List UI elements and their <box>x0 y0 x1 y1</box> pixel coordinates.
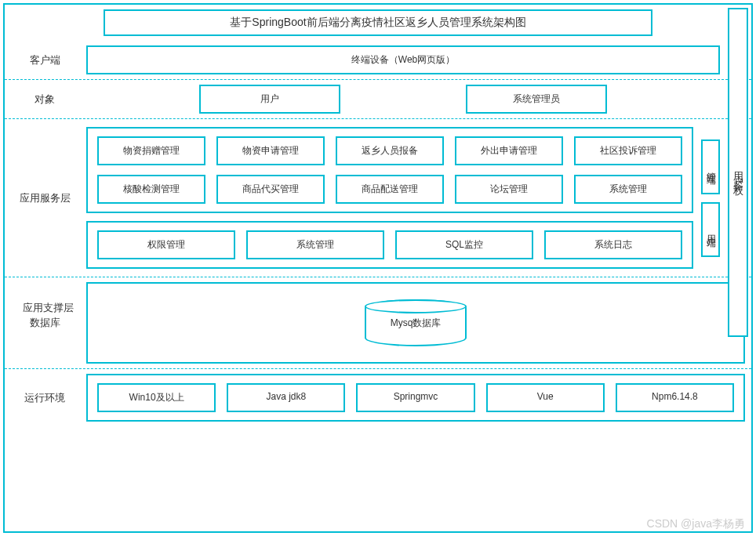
service-container: 物资捐赠管理 物资申请管理 返乡人员报备 外出申请管理 社区投诉管理 核酸检测管… <box>86 127 693 213</box>
svc-donation: 物资捐赠管理 <box>97 136 205 165</box>
support-sql: SQL监控 <box>395 230 533 259</box>
layer-runtime: 运行环境 Win10及以上 Java jdk8 Springmvc Vue Np… <box>5 369 751 426</box>
layer-client: 客户端 终端设备（Web网页版） <box>5 41 751 80</box>
svc-return-report: 返乡人员报备 <box>336 136 444 165</box>
layer-actors: 对象 用户 系统管理员 <box>5 80 751 119</box>
rt-win10: Win10及以上 <box>97 383 216 412</box>
title-row: 基于SpringBoot前后端分离疫情社区返乡人员管理系统架构图 <box>5 5 751 41</box>
support-auth: 权限管理 <box>97 230 235 259</box>
rt-jdk8: Java jdk8 <box>227 383 345 412</box>
runtime-container: Win10及以上 Java jdk8 Springmvc Vue Npm6.14… <box>86 374 745 422</box>
side-user: 用户端 <box>701 202 720 257</box>
layer-service: 应用服务层 物资捐赠管理 物资申请管理 返乡人员报备 外出申请管理 社区投诉管理 <box>5 119 751 277</box>
actor-admin: 系统管理员 <box>466 85 607 114</box>
layer-label-client: 客户端 <box>11 53 78 67</box>
actor-user: 用户 <box>199 85 340 114</box>
svc-outing-apply: 外出申请管理 <box>455 136 563 165</box>
rt-springmvc: Springmvc <box>356 383 474 412</box>
layer-label-support: 应用支撑层 <box>14 301 82 315</box>
rt-vue: Vue <box>486 383 605 412</box>
svc-complaint: 社区投诉管理 <box>574 136 682 165</box>
layers-column: 客户端 终端设备（Web网页版） 对象 用户 系统管理员 应用服务层 <box>5 41 751 530</box>
service-side-labels: 管理端 用户端 <box>701 127 720 269</box>
layer-label-runtime: 运行环境 <box>11 391 78 405</box>
support-log: 系统日志 <box>544 230 682 259</box>
support-container: 权限管理 系统管理 SQL监控 系统日志 <box>86 221 693 269</box>
svc-forum: 论坛管理 <box>455 175 563 204</box>
svc-nucleic: 核酸检测管理 <box>97 175 205 204</box>
svc-system: 系统管理 <box>574 175 682 204</box>
db-cylinder: Mysq数据库 <box>365 299 467 346</box>
layer-label-db: 数据库 <box>11 316 78 330</box>
diagram-title: 基于SpringBoot前后端分离疫情社区返乡人员管理系统架构图 <box>104 9 652 36</box>
user-auth-sidebar: 用户鉴权 <box>728 8 748 337</box>
db-body: Mysq数据库 <box>86 282 745 364</box>
db-cylinder-label: Mysq数据库 <box>391 317 442 330</box>
layer-label-service: 应用服务层 <box>11 191 78 205</box>
client-box: 终端设备（Web网页版） <box>86 45 720 74</box>
rt-npm: Npm6.14.8 <box>616 383 734 412</box>
main-area: 客户端 终端设备（Web网页版） 对象 用户 系统管理员 应用服务层 <box>5 41 751 530</box>
layer-db: 数据库 Mysq数据库 <box>5 277 751 369</box>
diagram-outer: 基于SpringBoot前后端分离疫情社区返乡人员管理系统架构图 用户鉴权 客户… <box>3 3 753 533</box>
support-sys: 系统管理 <box>246 230 384 259</box>
svc-apply: 物资申请管理 <box>216 136 325 165</box>
side-admin: 管理端 <box>701 139 720 194</box>
layer-label-actors: 对象 <box>11 92 78 107</box>
svc-delivery: 商品配送管理 <box>336 175 444 204</box>
svc-proxy-buy: 商品代买管理 <box>216 175 325 204</box>
